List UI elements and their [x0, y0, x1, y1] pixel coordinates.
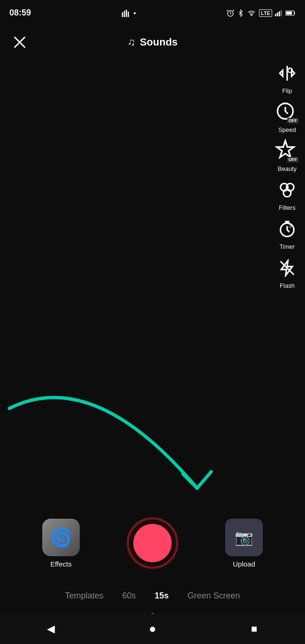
svg-text:3: 3: [289, 223, 291, 229]
timer-icon-container: 3: [275, 217, 299, 241]
nav-back-button[interactable]: ◀: [39, 617, 62, 641]
tab-60s-label: 60s: [122, 591, 136, 600]
filters-icon-container: [275, 178, 299, 202]
record-button-inner: [133, 524, 172, 562]
upload-label: Upload: [233, 560, 255, 568]
speed-label: Speed: [278, 126, 296, 133]
svg-rect-2: [122, 12, 123, 17]
tab-15s[interactable]: 15s: [145, 585, 178, 606]
svg-rect-3: [124, 11, 125, 17]
svg-rect-7: [275, 14, 276, 16]
flash-tool[interactable]: Flash: [275, 256, 299, 289]
battery-icon: [285, 10, 296, 16]
flash-label: Flash: [280, 282, 295, 289]
beauty-icon-wrapper: OFF: [275, 139, 299, 163]
tab-60s[interactable]: 60s: [113, 585, 145, 606]
nav-recents-button[interactable]: ■: [243, 617, 266, 641]
sounds-label: Sounds: [140, 36, 178, 48]
recents-icon: ■: [251, 623, 257, 635]
flip-tool[interactable]: Flip: [275, 61, 299, 94]
speed-icon-wrapper: OFF: [275, 100, 299, 124]
wifi-icon: [247, 9, 256, 17]
effects-button[interactable]: 🌀 Effects: [42, 519, 80, 568]
bottom-tabs: Templates 60s 15s Green Screen: [0, 585, 305, 606]
sounds-title[interactable]: ♫ Sounds: [127, 36, 177, 48]
upload-button[interactable]: 📷 Upload: [225, 519, 263, 568]
flash-icon-container: [275, 256, 299, 280]
svg-rect-12: [286, 11, 292, 14]
nav-home-button[interactable]: ●: [141, 617, 164, 641]
bluetooth-icon: [237, 9, 244, 17]
bottom-controls: 🌀 Effects 📷 Upload: [0, 517, 305, 569]
music-icon: ♫: [127, 36, 135, 48]
flip-icon: [278, 64, 296, 82]
flip-label: Flip: [282, 87, 292, 94]
close-button[interactable]: [9, 32, 30, 53]
lte-badge: LTE: [259, 9, 272, 17]
timer-icon: 3: [278, 220, 296, 238]
speed-tool[interactable]: OFF Speed: [275, 100, 299, 133]
status-bar: 08:59 ● LTE: [0, 0, 305, 26]
speed-off-badge: OFF: [287, 118, 298, 123]
svg-point-19: [283, 189, 291, 197]
timer-tool[interactable]: 3 Timer: [275, 217, 299, 250]
flash-icon: [278, 259, 296, 277]
home-icon: ●: [149, 621, 156, 636]
back-icon: ◀: [47, 623, 55, 635]
alarm-icon: [226, 9, 235, 17]
svg-rect-9: [279, 11, 280, 16]
status-right-icons: LTE: [226, 9, 296, 17]
tab-15s-label: 15s: [154, 591, 168, 600]
status-time: 08:59: [9, 8, 31, 18]
upload-icon: 📷: [225, 519, 263, 556]
tab-templates[interactable]: Templates: [55, 585, 113, 606]
dot-indicator: ●: [133, 10, 136, 15]
svg-rect-8: [277, 12, 278, 16]
nav-bar: ◀ ● ■: [0, 613, 305, 644]
signal-icon: [275, 9, 282, 17]
timer-label: Timer: [280, 243, 295, 250]
record-button[interactable]: [127, 517, 178, 569]
tab-greenscreen[interactable]: Green Screen: [178, 585, 250, 606]
beauty-tool[interactable]: OFF Beauty: [275, 139, 299, 172]
flip-icon-container: [275, 61, 299, 85]
tab-templates-label: Templates: [65, 591, 103, 600]
filters-icon: [278, 181, 296, 199]
svg-rect-4: [126, 9, 127, 17]
svg-rect-10: [281, 10, 282, 16]
tab-greenscreen-label: Green Screen: [188, 591, 240, 600]
equalizer-icon: [121, 8, 130, 18]
svg-rect-5: [128, 11, 129, 17]
beauty-label: Beauty: [278, 165, 297, 172]
effects-icon: 🌀: [42, 519, 80, 556]
filters-tool[interactable]: Filters: [275, 178, 299, 211]
effects-emoji: 🌀: [50, 527, 72, 548]
beauty-off-badge: OFF: [287, 157, 298, 162]
right-tools-panel: Flip OFF Speed OFF Beauty: [275, 61, 299, 289]
upload-thumbnail: 📷: [225, 519, 263, 556]
filters-label: Filters: [279, 204, 295, 211]
top-bar: ♫ Sounds: [0, 26, 305, 59]
effects-label: Effects: [50, 560, 72, 568]
status-center-icons: ●: [121, 8, 136, 18]
